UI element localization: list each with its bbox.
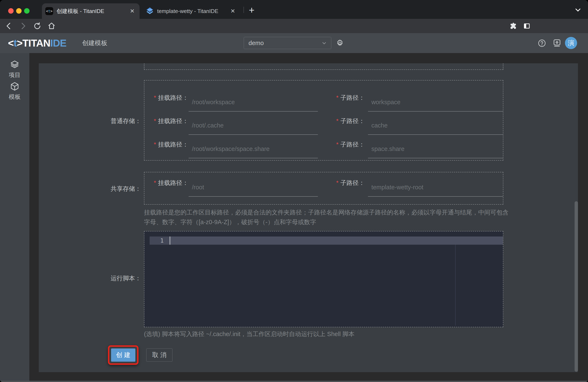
- window-bottom-edge: [0, 381, 588, 382]
- sidebar-item-projects[interactable]: 项目: [0, 60, 29, 79]
- storage-row: * 挂载路径： * 子路径：: [144, 115, 503, 135]
- editor-caret: [169, 237, 170, 245]
- help-icon[interactable]: [536, 33, 547, 53]
- required-mark: *: [154, 139, 158, 150]
- sub-path-label: 子路径：: [340, 139, 368, 150]
- sidebar-item-label: 模板: [9, 93, 21, 101]
- svg-text:</>: </>: [148, 9, 152, 11]
- storage-row: * 挂载路径： * 子路径：: [144, 139, 503, 158]
- forward-icon[interactable]: [18, 19, 28, 33]
- create-button[interactable]: 创 建: [111, 348, 135, 362]
- window-zoom-button[interactable]: [24, 8, 30, 14]
- mount-path-input[interactable]: [189, 115, 318, 135]
- back-icon[interactable]: [3, 19, 14, 33]
- titanide-favicon-icon: <t>: [45, 7, 53, 15]
- tab-strip: <t> 创建模板 - TitanIDE ✕ </> template-wetty…: [0, 0, 588, 19]
- window-close-button[interactable]: [8, 8, 14, 14]
- sidebar-item-templates[interactable]: 模板: [0, 82, 29, 101]
- user-avatar[interactable]: 演: [565, 37, 577, 49]
- tab-divider: [244, 7, 244, 13]
- required-mark: *: [154, 177, 158, 188]
- workspace-favicon-icon: </>: [146, 7, 154, 15]
- section-box-shared-storage: * 挂载路径： * 子路径：: [144, 172, 503, 205]
- extensions-puzzle-icon[interactable]: [508, 19, 519, 33]
- sub-path-input[interactable]: [368, 139, 503, 158]
- section-label-shared-storage: 共享存储：: [39, 185, 141, 192]
- sidebar-item-label: 项目: [9, 71, 21, 79]
- tab-template-wetty[interactable]: </> template-wetty - TitanIDE ✕: [143, 3, 240, 19]
- tab-close-icon[interactable]: ✕: [129, 8, 136, 15]
- editor-current-line: 1: [150, 237, 503, 245]
- side-panel-icon[interactable]: [521, 19, 532, 33]
- section-label-normal-storage: 普通存储：: [39, 117, 141, 125]
- reload-icon[interactable]: [32, 19, 43, 33]
- cancel-button[interactable]: 取 消: [146, 348, 172, 362]
- editor-line-number: 1: [150, 237, 169, 245]
- browser-toolbar: try.titanide.cn/ide/web/workspace/templa…: [0, 19, 588, 33]
- home-icon[interactable]: [46, 19, 57, 33]
- mount-path-input[interactable]: [189, 139, 318, 158]
- sidebar: 项目 模板: [0, 53, 29, 382]
- path-rules-hint: 挂载路径是您的工作区目标路径，必须是合法的文件夹路径；子路径名是网络存储源子路径…: [144, 207, 513, 227]
- mount-path-label: 挂载路径：: [158, 92, 189, 103]
- sub-path-label: 子路径：: [340, 115, 368, 126]
- mount-path-input[interactable]: [189, 92, 318, 112]
- tab-title: 创建模板 - TitanIDE: [57, 8, 129, 15]
- storage-row: * 挂载路径： * 子路径：: [144, 177, 503, 197]
- workspace-select-value: demo: [249, 40, 321, 46]
- sub-path-label: 子路径：: [340, 177, 368, 188]
- required-mark: *: [336, 177, 340, 188]
- console-settings-icon[interactable]: [551, 33, 563, 53]
- annotation-highlight-box: 创 建: [108, 345, 139, 365]
- sub-path-input[interactable]: [368, 92, 503, 112]
- new-tab-button[interactable]: +: [247, 6, 256, 15]
- sub-path-input[interactable]: [368, 177, 503, 197]
- cube-icon: [10, 82, 20, 91]
- mount-path-label: 挂载路径：: [158, 177, 189, 188]
- tab-close-icon[interactable]: ✕: [229, 8, 236, 15]
- app-body: 项目 模板 普通存储： * 挂载路径： * 子路径：: [0, 53, 588, 382]
- tab-title: template-wetty - TitanIDE: [157, 8, 229, 15]
- storage-row: * 挂载路径： * 子路径：: [144, 92, 503, 112]
- section-box-normal-storage: * 挂载路径： * 子路径： * 挂载路径： * 子路径：: [144, 80, 503, 161]
- mount-path-input[interactable]: [189, 177, 318, 197]
- tab-create-template[interactable]: <t> 创建模板 - TitanIDE ✕: [42, 3, 140, 19]
- required-mark: *: [154, 92, 158, 103]
- required-mark: *: [336, 92, 340, 103]
- section-label-run-script: 运行脚本：: [39, 275, 141, 282]
- browser-window: <t> 创建模板 - TitanIDE ✕ </> template-wetty…: [0, 0, 588, 382]
- titanide-logo[interactable]: <t>TITANIDE: [8, 33, 66, 53]
- workspace-select[interactable]: demo: [244, 37, 331, 49]
- required-mark: *: [336, 139, 340, 150]
- tab-search-chevron-icon[interactable]: [574, 7, 582, 13]
- script-code-editor[interactable]: 1: [144, 231, 503, 327]
- required-mark: *: [336, 115, 340, 126]
- settings-gear-icon[interactable]: [334, 33, 346, 53]
- mount-path-label: 挂载路径：: [158, 115, 189, 126]
- sub-path-input[interactable]: [368, 115, 503, 135]
- window-minimize-button[interactable]: [16, 8, 21, 14]
- sub-path-label: 子路径：: [340, 92, 368, 103]
- layers-icon: [10, 60, 20, 69]
- chevron-down-icon: [321, 40, 327, 46]
- create-template-form: 普通存储： * 挂载路径： * 子路径： * 挂载路径： *: [39, 63, 578, 372]
- vertical-scrollbar-thumb[interactable]: [575, 201, 578, 372]
- page-title: 创建模板: [82, 33, 107, 53]
- app-header: <t>TITANIDE 创建模板 demo 演: [0, 33, 588, 53]
- section-box-partial: [144, 63, 503, 70]
- editor-ruler: [455, 245, 456, 326]
- mount-path-label: 挂载路径：: [158, 139, 189, 150]
- script-hint: (选填) 脚本将写入路径 ~/.cache/.init，当工作区启动时自动运行以…: [144, 330, 355, 338]
- required-mark: *: [154, 115, 158, 126]
